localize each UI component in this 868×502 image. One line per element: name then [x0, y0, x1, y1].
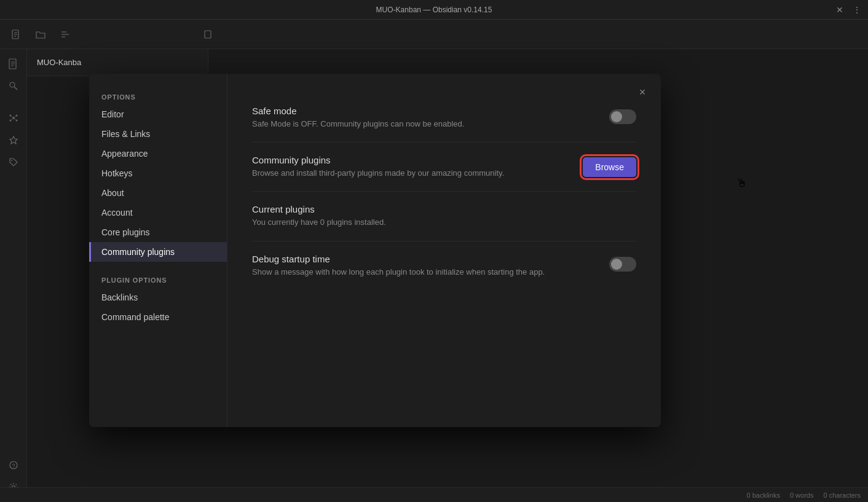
sidebar-icon-help[interactable]: ? [4, 455, 23, 475]
statusbar: 0 backlinks 0 words 0 characters [0, 487, 868, 502]
sidebar-item-backlinks[interactable]: Backlinks [89, 288, 227, 307]
community-plugins-info: Community plugins Browse and install thi… [252, 155, 568, 179]
center-note-icon[interactable] [199, 26, 216, 43]
settings-modal: × OPTIONS Editor Files & Links Appearanc… [89, 74, 661, 427]
word-count: 0 words [790, 492, 814, 499]
new-note-icon[interactable] [7, 26, 25, 43]
community-plugins-control: Browse [583, 157, 636, 177]
sidebar-icon-tags[interactable] [4, 152, 23, 172]
debug-startup-toggle-thumb [611, 259, 622, 270]
safe-mode-desc: Safe Mode is OFF. Community plugins can … [252, 119, 594, 130]
settings-content: Safe mode Safe Mode is OFF. Community pl… [227, 74, 661, 427]
sidebar-item-account[interactable]: Account [89, 203, 227, 222]
sidebar-icon-starred[interactable] [4, 130, 23, 150]
safe-mode-row: Safe mode Safe Mode is OFF. Community pl… [252, 93, 636, 143]
sidebar-item-core-plugins[interactable]: Core plugins [89, 222, 227, 242]
backlinks-count: 0 backlinks [747, 492, 780, 499]
debug-startup-title: Debug startup time [252, 254, 594, 264]
svg-point-12 [10, 82, 15, 87]
char-count: 0 characters [823, 492, 861, 499]
community-plugins-row: Community plugins Browse and install thi… [252, 143, 636, 192]
left-sidebar: ? [0, 49, 27, 502]
sidebar-icon-search[interactable] [4, 76, 23, 96]
plugin-options-section-label: PLUGIN OPTIONS [89, 272, 227, 288]
toolbar [0, 20, 868, 49]
more-button[interactable]: ⋮ [851, 4, 863, 16]
debug-startup-desc: Show a message with how long each plugin… [252, 267, 594, 278]
options-section-label: OPTIONS [89, 88, 227, 104]
debug-startup-row: Debug startup time Show a message with h… [252, 241, 636, 290]
sidebar-item-hotkeys[interactable]: Hotkeys [89, 163, 227, 183]
open-folder-icon[interactable] [32, 26, 49, 43]
safe-mode-title: Safe mode [252, 106, 594, 116]
safe-mode-toggle-thumb [611, 111, 622, 122]
debug-startup-info: Debug startup time Show a message with h… [252, 254, 594, 278]
titlebar-controls: ✕ ⋮ [834, 4, 863, 16]
safe-mode-toggle-control [609, 109, 636, 127]
svg-text:?: ? [12, 463, 15, 469]
sort-icon[interactable] [57, 26, 74, 43]
current-plugins-row: Current plugins You currently have 0 plu… [252, 192, 636, 241]
svg-line-22 [14, 118, 17, 120]
debug-startup-toggle[interactable] [609, 257, 636, 272]
current-plugins-desc: You currently have 0 plugins installed. [252, 217, 636, 228]
sidebar-item-about[interactable]: About [89, 183, 227, 203]
svg-line-20 [14, 116, 17, 118]
svg-marker-23 [10, 136, 17, 144]
sidebar-item-editor[interactable]: Editor [89, 104, 227, 124]
sidebar-item-files-links[interactable]: Files & Links [89, 124, 227, 144]
community-plugins-desc: Browse and install third-party plugins m… [252, 168, 568, 179]
safe-mode-toggle[interactable] [609, 109, 636, 124]
community-plugins-title: Community plugins [252, 155, 568, 165]
browse-button[interactable]: Browse [583, 157, 636, 177]
sidebar-icon-graph[interactable] [4, 108, 23, 128]
svg-line-19 [10, 116, 14, 118]
debug-startup-toggle-control [609, 257, 636, 274]
svg-point-24 [11, 160, 12, 161]
close-button[interactable]: ✕ [834, 4, 846, 16]
titlebar-title: MUO-Kanban — Obsidian v0.14.15 [376, 6, 492, 14]
svg-rect-7 [205, 31, 211, 38]
titlebar: MUO-Kanban — Obsidian v0.14.15 ✕ ⋮ [0, 0, 868, 20]
sidebar-icon-files[interactable] [4, 54, 23, 74]
svg-line-21 [10, 118, 14, 120]
sidebar-item-command-palette[interactable]: Command palette [89, 307, 227, 327]
current-plugins-title: Current plugins [252, 204, 636, 214]
settings-sidebar: OPTIONS Editor Files & Links Appearance … [89, 74, 227, 427]
current-plugins-info: Current plugins You currently have 0 plu… [252, 204, 636, 228]
safe-mode-info: Safe mode Safe Mode is OFF. Community pl… [252, 106, 594, 130]
vault-name: MUO-Kanba [27, 49, 208, 76]
modal-close-button[interactable]: × [634, 84, 651, 101]
sidebar-item-community-plugins[interactable]: Community plugins [89, 242, 227, 262]
svg-line-13 [14, 87, 17, 90]
sidebar-item-appearance[interactable]: Appearance [89, 144, 227, 163]
